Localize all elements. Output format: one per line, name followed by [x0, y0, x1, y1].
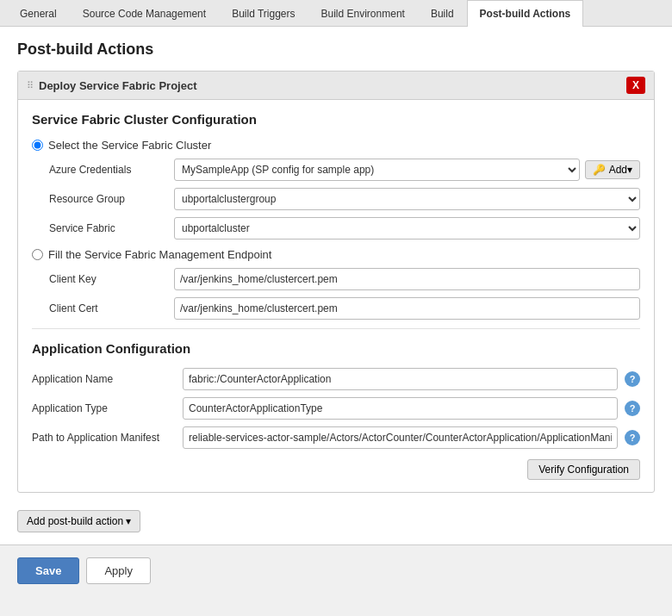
resource-group-row: Resource Group ubportalclustergroup — [32, 188, 640, 210]
tab-scm[interactable]: Source Code Management — [70, 0, 219, 27]
azure-credentials-select[interactable]: MySampleApp (SP config for sample app) — [174, 159, 580, 181]
footer: Save Apply — [0, 544, 672, 596]
service-fabric-row: Service Fabric ubportalcluster — [32, 217, 640, 240]
client-key-label: Client Key — [49, 273, 174, 285]
page-title: Post-build Actions — [17, 40, 655, 59]
client-cert-input[interactable] — [174, 297, 640, 320]
resource-group-wrapper: ubportalclustergroup — [174, 188, 640, 210]
azure-credentials-row: Azure Credentials MySampleApp (SP config… — [32, 159, 640, 181]
manifest-row: Path to Application Manifest ? — [32, 426, 640, 449]
manifest-label: Path to Application Manifest — [32, 432, 183, 444]
tab-build[interactable]: Build — [418, 0, 467, 27]
service-fabric-label: Service Fabric — [49, 222, 174, 234]
panel-header-left: ⠿ Deploy Service Fabric Project — [27, 79, 197, 92]
tab-build-triggers[interactable]: Build Triggers — [219, 0, 308, 27]
app-type-label: Application Type — [32, 402, 183, 414]
drag-handle-icon: ⠿ — [27, 80, 34, 91]
azure-credentials-label: Azure Credentials — [49, 164, 174, 176]
client-cert-row: Client Cert — [32, 297, 640, 320]
app-type-wrapper: ? — [183, 397, 640, 420]
close-panel-button[interactable]: X — [626, 77, 645, 94]
radio-select-cluster-label: Select the Service Fabric Cluster — [48, 139, 211, 152]
add-post-build-action-button[interactable]: Add post-build action ▾ — [17, 510, 140, 532]
radio-select-cluster-input[interactable] — [32, 140, 43, 151]
panel-body: Service Fabric Cluster Configuration Sel… — [18, 100, 654, 492]
app-type-input[interactable] — [183, 397, 618, 420]
client-key-row: Client Key — [32, 268, 640, 290]
resource-group-label: Resource Group — [49, 193, 174, 205]
save-button[interactable]: Save — [17, 557, 79, 584]
manifest-input[interactable] — [183, 426, 618, 449]
main-content: Post-build Actions ⠿ Deploy Service Fabr… — [0, 27, 672, 544]
app-name-label: Application Name — [32, 373, 183, 385]
radio-fill-endpoint-label: Fill the Service Fabric Management Endpo… — [48, 248, 271, 261]
resource-group-select[interactable]: ubportalclustergroup — [174, 188, 640, 210]
service-fabric-wrapper: ubportalcluster — [174, 217, 640, 240]
app-type-help-icon[interactable]: ? — [625, 401, 640, 416]
add-credentials-button[interactable]: 🔑 Add▾ — [585, 160, 640, 179]
app-name-row: Application Name ? — [32, 368, 640, 390]
radio-group: Select the Service Fabric Cluster Azure … — [32, 139, 640, 240]
key-icon: 🔑 — [593, 164, 606, 176]
tab-build-env[interactable]: Build Environment — [308, 0, 418, 27]
radio-select-cluster: Select the Service Fabric Cluster — [32, 139, 640, 152]
panel-title: Deploy Service Fabric Project — [39, 79, 197, 92]
apply-button[interactable]: Apply — [86, 557, 151, 584]
radio-fill-endpoint: Fill the Service Fabric Management Endpo… — [32, 248, 640, 261]
radio-fill-endpoint-input[interactable] — [32, 249, 43, 260]
app-config-title: Application Configuration — [32, 341, 640, 356]
tab-post-build[interactable]: Post-build Actions — [467, 0, 584, 27]
add-btn-label: Add▾ — [609, 164, 632, 176]
client-cert-label: Client Cert — [49, 302, 174, 314]
client-key-wrapper — [174, 268, 640, 290]
app-name-wrapper: ? — [183, 368, 640, 390]
manifest-wrapper: ? — [183, 426, 640, 449]
service-fabric-select[interactable]: ubportalcluster — [174, 217, 640, 240]
verify-config-button[interactable]: Verify Configuration — [527, 459, 640, 480]
cluster-config-title: Service Fabric Cluster Configuration — [32, 112, 640, 127]
tab-general[interactable]: General — [7, 0, 70, 27]
tab-bar: General Source Code Management Build Tri… — [0, 0, 672, 27]
app-name-input[interactable] — [183, 368, 618, 390]
deploy-panel: ⠿ Deploy Service Fabric Project X Servic… — [17, 71, 655, 493]
azure-credentials-wrapper: MySampleApp (SP config for sample app) 🔑… — [174, 159, 640, 181]
client-key-input[interactable] — [174, 268, 640, 290]
add-action-bar: Add post-build action ▾ — [17, 503, 655, 532]
panel-header: ⠿ Deploy Service Fabric Project X — [18, 72, 654, 100]
app-type-row: Application Type ? — [32, 397, 640, 420]
manifest-help-icon[interactable]: ? — [625, 430, 640, 445]
app-name-help-icon[interactable]: ? — [625, 371, 640, 387]
client-cert-wrapper — [174, 297, 640, 320]
